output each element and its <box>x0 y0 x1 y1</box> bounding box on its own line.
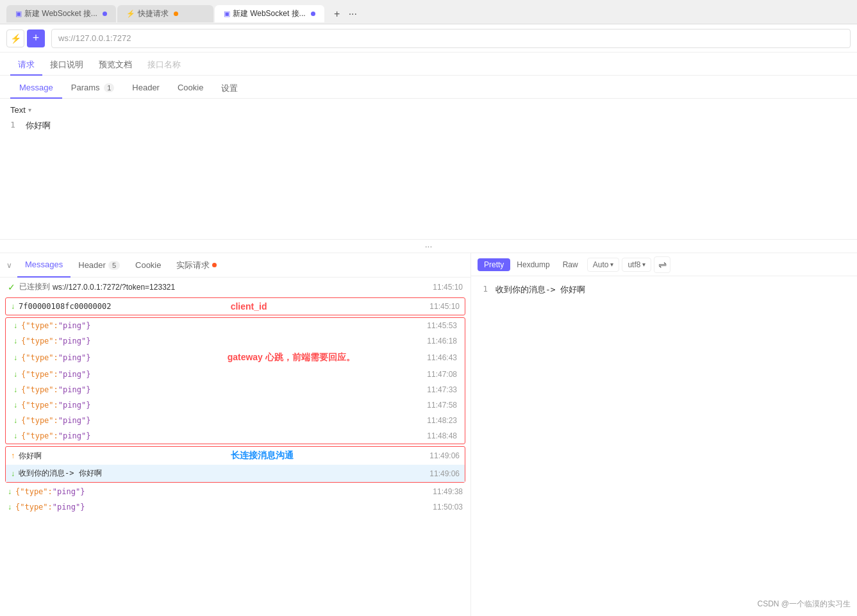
tab-settings[interactable]: 设置 <box>212 79 247 99</box>
ping-row-3[interactable]: ↓ {"type":"ping"} 11:47:08 <box>6 367 465 382</box>
url-text: ws://127.0.0.1:7272 <box>58 33 131 43</box>
sent-message-content: 你好啊 <box>19 451 218 462</box>
ping-row-2[interactable]: ↓ {"type":"ping"} gateway 心跳，前端需要回应。 11:… <box>6 349 465 367</box>
ping-time-6: 11:48:23 <box>427 416 457 425</box>
header-badge: 5 <box>108 261 120 270</box>
right-panel-toolbar: Pretty Hexdump Raw Auto ▾ utf8 ▾ ⇌ <box>471 253 857 276</box>
ping-time-7: 11:48:48 <box>427 431 457 440</box>
tab-dot-3 <box>311 12 315 16</box>
panel-resize-handle[interactable]: ··· <box>0 240 857 253</box>
tab-dot-2 <box>174 12 178 16</box>
ping-rows-group: ↓ {"type":"ping"} 11:45:53 ↓ {"type":"pi… <box>5 317 465 444</box>
messages-panel: ∨ Messages Header 5 Cookie 实际请求 <box>0 253 471 616</box>
ping-time-0: 11:45:53 <box>427 321 457 330</box>
ping-row-0[interactable]: ↓ {"type":"ping"} 11:45:53 <box>6 318 465 333</box>
editor-area: Text ▾ 1 你好啊 <box>0 99 857 240</box>
browser-tabs: ▣ 新建 WebSocket 接... ⚡ 快捷请求 ▣ 新建 WebSocke… <box>0 0 857 24</box>
tab-3[interactable]: ▣ 新建 WebSocket 接... <box>215 5 324 22</box>
right-panel: Pretty Hexdump Raw Auto ▾ utf8 ▾ ⇌ 1 <box>471 253 857 616</box>
sub-tab-request[interactable]: 请求 <box>10 55 42 76</box>
connected-url: ws://127.0.0.1:7272/?token=123321 <box>53 283 175 292</box>
received-message-time: 11:49:06 <box>429 469 460 478</box>
ping-time-1: 11:46:18 <box>427 337 457 345</box>
sent-message-time: 11:49:06 <box>429 451 460 460</box>
raw-button[interactable]: Raw <box>556 258 585 271</box>
cookie-tab[interactable]: Cookie <box>128 253 169 278</box>
arrow-icon-1: ↓ <box>13 337 17 345</box>
arrow-up-icon: ↑ <box>11 451 15 460</box>
toolbar-left: ⚡ + <box>6 29 45 47</box>
ping-time-3: 11:47:08 <box>427 370 457 379</box>
ping-row-5[interactable]: ↓ {"type":"ping"} 11:47:58 <box>6 397 465 413</box>
ping-content-4: {"type":"ping"} <box>21 385 427 394</box>
messages-tab-active[interactable]: Messages <box>17 253 71 278</box>
tab-cookie[interactable]: Cookie <box>169 79 212 99</box>
add-request-button[interactable]: + <box>27 29 45 47</box>
line-number-1: 1 <box>478 284 488 294</box>
sub-tab-preview[interactable]: 预览文档 <box>91 55 140 76</box>
extra-ping-row-1[interactable]: ↓ {"type":"ping"} 11:50:03 <box>0 499 470 515</box>
ping-row-7[interactable]: ↓ {"type":"ping"} 11:48:48 <box>6 428 465 444</box>
ping-content-0: {"type":"ping"} <box>21 321 427 330</box>
arrow-down-recv-icon: ↓ <box>11 469 15 478</box>
editor-toolbar: Text ▾ <box>10 105 847 115</box>
format-label: Text <box>10 105 26 115</box>
arrow-down-icon: ↓ <box>11 302 15 311</box>
sub-tab-api-name: 接口名称 <box>140 55 188 76</box>
tab-message[interactable]: Message <box>10 79 62 99</box>
expand-icon[interactable]: ∨ <box>6 261 12 270</box>
extra-ping-time-1: 11:50:03 <box>433 503 463 512</box>
tab-header[interactable]: Header <box>123 79 169 99</box>
tab-label-2: 快捷请求 <box>138 8 169 19</box>
ping-content-6: {"type":"ping"} <box>21 416 427 425</box>
client-id-time: 11:45:10 <box>429 302 460 311</box>
watermark: CSDN @一个临漠的实习生 <box>757 599 851 610</box>
connected-time: 11:45:10 <box>433 283 463 292</box>
new-tab-button[interactable]: + <box>328 5 346 23</box>
url-bar[interactable]: ws://127.0.0.1:7272 <box>51 29 851 48</box>
tab-label-3: 新建 WebSocket 接... <box>233 8 306 19</box>
tab-params[interactable]: Params 1 <box>62 79 124 99</box>
ping-row-1[interactable]: ↓ {"type":"ping"} 11:46:18 <box>6 333 465 349</box>
sub-tab-api-desc[interactable]: 接口说明 <box>42 55 91 76</box>
add-icon: + <box>33 31 40 45</box>
filter-button[interactable]: ⚡ <box>6 29 24 47</box>
messages-header-tabs: ∨ Messages Header 5 Cookie 实际请求 <box>0 253 470 278</box>
auto-dropdown[interactable]: Auto ▾ <box>587 258 620 272</box>
tab-2[interactable]: ⚡ 快捷请求 <box>117 5 213 22</box>
utf8-dropdown[interactable]: utf8 ▾ <box>622 258 651 272</box>
format-selector[interactable]: Text ▾ <box>10 105 31 115</box>
hexdump-button[interactable]: Hexdump <box>510 258 556 271</box>
actual-request-tab[interactable]: 实际请求 <box>169 253 224 278</box>
tab-1[interactable]: ▣ 新建 WebSocket 接... <box>6 5 116 22</box>
wrap-icon: ⇌ <box>658 258 667 271</box>
auto-dropdown-icon: ▾ <box>610 261 613 268</box>
arrow-icon-3: ↓ <box>13 370 17 379</box>
bottom-panel: ∨ Messages Header 5 Cookie 实际请求 <box>0 253 857 616</box>
connected-status: ✓ 已连接到 ws://127.0.0.1:7272/?token=123321… <box>0 278 470 296</box>
arrow-icon-2: ↓ <box>13 353 17 362</box>
main-toolbar: ⚡ + ws://127.0.0.1:7272 <box>0 24 857 53</box>
pretty-button[interactable]: Pretty <box>478 258 510 271</box>
extra-ping-row-0[interactable]: ↓ {"type":"ping"} 11:49:38 <box>0 484 470 499</box>
client-id-content: 7f00000108fc00000002 <box>19 302 218 311</box>
ping-row-4[interactable]: ↓ {"type":"ping"} 11:47:33 <box>6 382 465 397</box>
extra-ping-content-1: {"type":"ping"} <box>15 503 433 512</box>
header-tab[interactable]: Header 5 <box>71 253 128 278</box>
sent-message-row[interactable]: ↑ 你好啊 长连接消息沟通 11:49:06 <box>6 447 465 465</box>
received-message-row[interactable]: ↓ 收到你的消息-> 你好啊 11:49:06 <box>6 465 465 482</box>
editor-content: 1 你好啊 <box>10 120 847 131</box>
utf8-dropdown-icon: ▾ <box>642 261 645 268</box>
ping-time-4: 11:47:33 <box>427 385 457 394</box>
client-id-row[interactable]: ↓ 7f00000108fc00000002 client_id 11:45:1… <box>5 297 465 315</box>
right-panel-content: 1 收到你的消息-> 你好啊 <box>471 276 857 616</box>
ping-content-7: {"type":"ping"} <box>21 431 427 440</box>
more-tabs-button[interactable]: ··· <box>349 8 357 20</box>
message-exchange-group: ↑ 你好啊 长连接消息沟通 11:49:06 ↓ 收到你的消息-> 你好啊 11… <box>5 446 465 483</box>
format-dropdown-icon: ▾ <box>28 106 31 113</box>
wrap-button[interactable]: ⇌ <box>654 256 670 273</box>
arrow-icon-5: ↓ <box>13 401 17 410</box>
ping-row-6[interactable]: ↓ {"type":"ping"} 11:48:23 <box>6 413 465 428</box>
editor-text-line1[interactable]: 你好啊 <box>26 120 847 131</box>
filter-icon: ⚡ <box>10 33 21 44</box>
